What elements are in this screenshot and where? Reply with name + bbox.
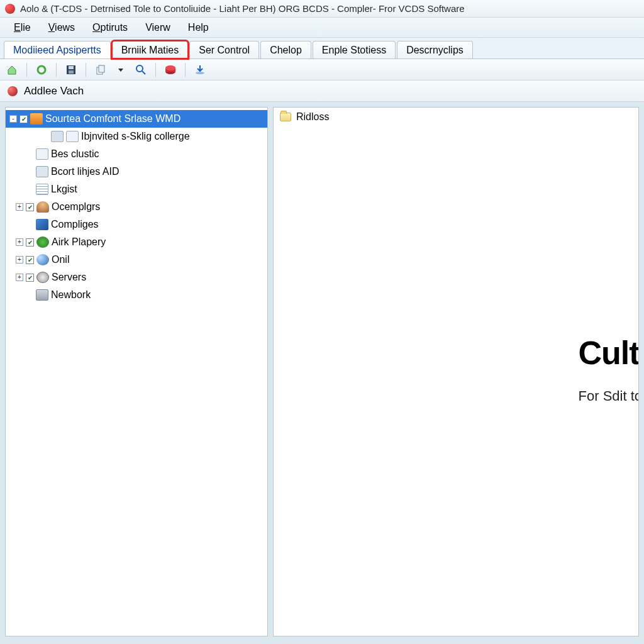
folder-plain-icon (36, 148, 48, 160)
menu-file[interactable]: Elie (8, 21, 37, 35)
separator (86, 63, 86, 77)
home-icon[interactable] (5, 63, 19, 77)
subheader: Addlee Vach (0, 80, 644, 102)
tree-node[interactable]: Newbork (6, 286, 267, 304)
tree-node[interactable]: Ibjnvited s-Sklig collerge (6, 128, 267, 145)
record-icon (8, 86, 18, 96)
stop-icon[interactable] (164, 63, 177, 77)
cube-icon (36, 219, 48, 230)
separator (185, 63, 186, 77)
menu-file-label: lie (21, 22, 31, 33)
detail-panel: Ridloss Cult For Sdit to (273, 107, 639, 636)
svg-point-11 (196, 72, 204, 74)
tab-descrnyclips[interactable]: Descrnyclips (397, 41, 473, 58)
tree-node-label: Airk Plapery (52, 236, 106, 248)
workspace: - ✔ Sourtea Comfont Srlase WMD Ibjnvited… (0, 102, 644, 644)
toolbar (0, 59, 644, 80)
tree-node-label: Newbork (51, 289, 91, 301)
expander-icon[interactable]: + (16, 203, 23, 211)
tree-node[interactable]: + ✔ Airk Plapery (6, 233, 267, 251)
tree-node[interactable]: + ✔ Ocemplgrs (6, 198, 267, 216)
expander-icon[interactable]: + (16, 238, 23, 246)
detail-subheading: For Sdit to (579, 388, 639, 404)
svg-point-6 (136, 65, 143, 72)
menu-help[interactable]: Help (182, 21, 215, 35)
clock-icon (36, 272, 49, 283)
list-icon (36, 184, 48, 195)
svg-point-10 (165, 65, 175, 70)
detail-big-text: Cult For Sdit to (579, 334, 639, 404)
expander-icon[interactable]: - (9, 115, 17, 123)
tree-node-label: Onil (52, 254, 69, 265)
person-icon (36, 201, 49, 213)
menu-view[interactable]: Vierw (139, 21, 177, 35)
tree-node[interactable]: Bes clustic (6, 145, 267, 163)
separator (56, 63, 57, 77)
svg-rect-2 (69, 66, 74, 69)
detail-heading: Cult (579, 334, 639, 372)
tab-ser-control[interactable]: Ser Control (189, 41, 259, 58)
separator (155, 63, 156, 77)
copy-icon[interactable] (94, 63, 108, 77)
refresh-icon[interactable] (35, 63, 48, 77)
tab-modified-aspects[interactable]: Modiieed Apsipertts (4, 41, 111, 58)
checkbox[interactable]: ✔ (26, 274, 34, 282)
tree-node-label: Compliges (51, 219, 99, 230)
tree-root[interactable]: - ✔ Sourtea Comfont Srlase WMD (6, 110, 267, 128)
globe-icon (36, 254, 49, 265)
tree-panel[interactable]: - ✔ Sourtea Comfont Srlase WMD Ibjnvited… (5, 107, 268, 636)
folder-icon (280, 113, 291, 121)
svg-rect-5 (99, 65, 104, 72)
card-icon (66, 131, 79, 142)
svg-line-7 (142, 71, 145, 74)
tree-node[interactable]: Lkgist (6, 180, 267, 198)
checkbox[interactable]: ✔ (26, 238, 34, 247)
svg-rect-3 (69, 70, 74, 74)
menubar: Elie Views Optiruts Vierw Help (0, 18, 644, 38)
tree-node-label: Bcort lihjes AID (51, 166, 119, 177)
leaf-icon (36, 236, 49, 248)
tree-node-label: Ocemplgrs (52, 201, 100, 213)
dropdown-arrow-icon[interactable] (114, 63, 128, 77)
titlebar: Aolo & (T-CDS - Detrnised Tole to Contol… (0, 0, 644, 18)
detail-header-label: Ridloss (296, 111, 329, 123)
detail-header: Ridloss (274, 108, 638, 126)
tree-node-label: Ibjnvited s-Sklig collerge (81, 131, 190, 142)
tree-node-label: Sourtea Comfont Srlase WMD (45, 113, 180, 125)
checkbox[interactable]: ✔ (26, 256, 34, 264)
menu-options[interactable]: Optiruts (86, 21, 134, 35)
zoom-icon[interactable] (134, 63, 148, 77)
tree-node[interactable]: Bcort lihjes AID (6, 163, 267, 180)
tab-brniik-maties[interactable]: Brniik Maties (112, 41, 189, 58)
tab-enple-stotiess[interactable]: Enple Stotiess (313, 41, 396, 58)
separator (26, 63, 27, 77)
card-icon (36, 166, 48, 177)
subheader-title: Addlee Vach (24, 85, 84, 97)
tree-node-label: Lkgist (51, 184, 77, 195)
tab-chelop[interactable]: Chelop (260, 41, 311, 58)
window-title: Aolo & (T-CDS - Detrnised Tole to Contol… (20, 3, 465, 14)
tree-node-label: Servers (52, 272, 86, 283)
save-icon[interactable] (64, 63, 78, 77)
tree-node[interactable]: + ✔ Onil (6, 251, 267, 269)
device-icon (36, 289, 48, 301)
tree-node[interactable]: + ✔ Servers (6, 269, 267, 286)
download-icon[interactable] (193, 63, 207, 77)
checkbox[interactable]: ✔ (26, 203, 34, 211)
tree: - ✔ Sourtea Comfont Srlase WMD Ibjnvited… (6, 110, 267, 304)
checkbox[interactable]: ✔ (19, 115, 28, 123)
tree-node[interactable]: Compliges (6, 216, 267, 233)
doc-icon (51, 131, 64, 142)
svg-point-0 (38, 66, 45, 74)
app-icon (5, 4, 15, 14)
expander-icon[interactable]: + (16, 256, 23, 264)
package-icon (30, 113, 43, 125)
tree-node-label: Bes clustic (51, 148, 99, 160)
tabbar: Modiieed Apsipertts Brniik Maties Ser Co… (0, 38, 644, 59)
menu-views-label: iews (55, 22, 75, 33)
menu-views[interactable]: Views (42, 21, 81, 35)
expander-icon[interactable]: + (16, 274, 23, 281)
menu-options-label: ptiruts (101, 22, 128, 33)
